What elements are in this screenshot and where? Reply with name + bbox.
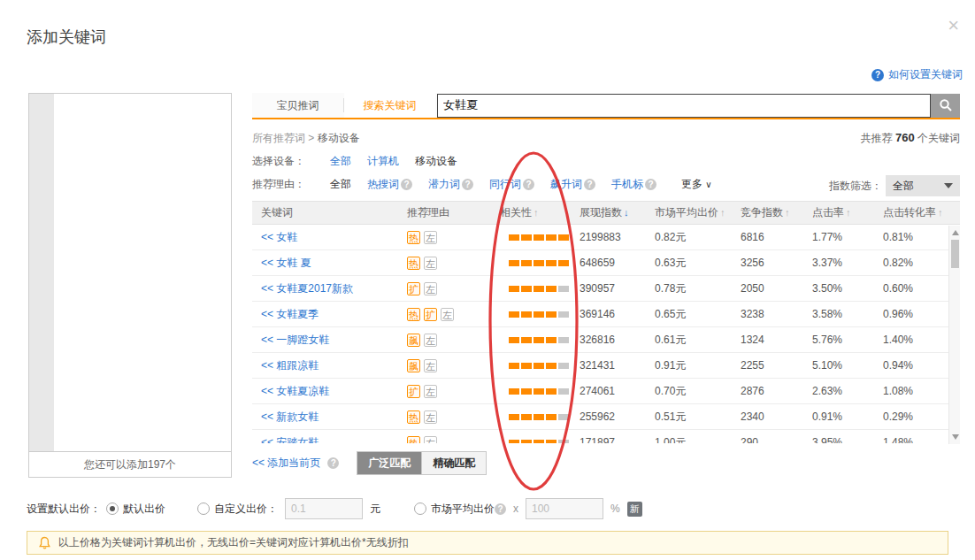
relevance-segment: [509, 234, 519, 241]
default-bid-label: 默认出价: [123, 502, 165, 517]
index-filter: 指数筛选： 全部: [829, 175, 960, 196]
tab-bar: 宝贝推词 搜索关键词: [252, 93, 960, 119]
cell-cvr: 0.94%: [874, 359, 949, 372]
keyword-add-link[interactable]: << 女鞋 夏: [261, 257, 311, 269]
device-option-pc[interactable]: 计算机: [367, 154, 399, 169]
cell-impressions: 369146: [571, 308, 646, 320]
table-scrollbar[interactable]: [948, 226, 960, 444]
relevance-segment: [509, 414, 519, 420]
reason-option-all[interactable]: 全部: [330, 177, 351, 192]
price-notice-bar: 以上价格为关键词计算机出价，无线出价=关键词对应计算机出价*无线折扣: [27, 531, 948, 555]
cell-cvr: 1.08%: [874, 385, 949, 397]
column-header-4[interactable]: 展现指数↓: [571, 205, 646, 220]
cell-ctr: 2.63%: [803, 385, 874, 397]
cell-cvr: 1.40%: [874, 334, 949, 346]
custom-bid-input[interactable]: [285, 498, 363, 519]
help-link[interactable]: ? 如何设置关键词: [871, 67, 963, 82]
tab-product-recommend[interactable]: 宝贝推词: [252, 93, 343, 118]
keyword-add-link[interactable]: << 一脚蹬女鞋: [261, 334, 329, 346]
device-option-mobile[interactable]: 移动设备: [415, 154, 457, 169]
keyword-add-link[interactable]: << 新款女鞋: [261, 410, 319, 423]
market-percent-input[interactable]: [526, 498, 603, 519]
column-header-7[interactable]: 点击率↑: [803, 205, 874, 220]
reason-badges: 热扩左: [398, 308, 491, 321]
keywords-table: 关键词推荐理由相关性↑展现指数↓市场平均出价↑竞争指数↑点击率↑点击转化率↑ <…: [252, 201, 960, 443]
relevance-segment: [558, 363, 569, 369]
table-row: << 新款女鞋热左2559620.51元23400.91%0.29%: [252, 404, 960, 430]
relevance-segment: [558, 286, 569, 292]
question-icon: ?: [523, 179, 534, 190]
reason-badges: 热左: [398, 410, 491, 424]
remaining-count-label: 您还可以添加197个: [29, 451, 231, 477]
custom-bid-radio[interactable]: [197, 502, 210, 515]
relevance-segment: [558, 311, 569, 318]
keyword-add-link[interactable]: << 女鞋夏凉鞋: [261, 385, 329, 397]
keyword-add-link[interactable]: << 安踏女鞋: [261, 436, 319, 444]
reason-badge-左: 左: [424, 231, 437, 244]
tab-search-keywords[interactable]: 搜索关键词: [344, 93, 435, 118]
relevance-segment: [521, 337, 532, 343]
relevance-segment: [546, 440, 557, 443]
relevance-segment: [546, 286, 557, 292]
index-filter-dropdown[interactable]: 全部: [886, 175, 960, 196]
reason-option-mobile-tag[interactable]: 手机标?: [611, 177, 656, 192]
breadcrumb: 所有推荐词 > 移动设备: [252, 131, 360, 146]
cell-avg_bid: 1.00元: [646, 435, 732, 444]
scrollbar-thumb[interactable]: [951, 240, 959, 268]
keyword-add-link[interactable]: << 女鞋夏季: [261, 308, 319, 320]
relevance-bars: [509, 388, 569, 395]
relevance-segment: [509, 337, 519, 343]
reason-option-soaring[interactable]: 飙升词?: [550, 177, 595, 192]
reason-badge-扩: 扩: [407, 385, 420, 398]
column-header-8[interactable]: 点击转化率↑: [874, 205, 949, 220]
search-button[interactable]: [931, 94, 960, 118]
keyword-add-link[interactable]: << 女鞋: [261, 231, 297, 243]
reason-badge-扩: 扩: [424, 308, 437, 321]
selected-keywords-panel: 您还可以添加197个: [28, 93, 232, 478]
column-header-2: 推荐理由: [398, 205, 491, 220]
scroll-up-icon[interactable]: [952, 230, 959, 235]
default-bid-row: 设置默认出价： 默认出价 自定义出价： 元 市场平均出价 ? x % 新: [27, 498, 642, 519]
match-type-toggle: 广泛匹配 精确匹配: [357, 451, 487, 475]
reason-option-potential[interactable]: 潜力词?: [428, 177, 473, 192]
yuan-label: 元: [370, 502, 380, 517]
reason-badge-热: 热: [407, 231, 420, 244]
relevance-segment: [546, 388, 557, 395]
add-current-page-link[interactable]: << 添加当前页: [252, 456, 320, 471]
more-filters-link[interactable]: 更多 ∨: [681, 177, 712, 192]
keyword-add-link[interactable]: << 粗跟凉鞋: [261, 359, 319, 372]
reason-option-hot[interactable]: 热搜词?: [367, 177, 412, 192]
cell-competition: 2050: [732, 282, 803, 295]
sort-asc-icon: ↑: [846, 207, 851, 218]
bid-row-label: 设置默认出价：: [27, 502, 101, 517]
search-input[interactable]: [437, 94, 931, 118]
default-bid-radio[interactable]: [106, 502, 119, 515]
column-header-3[interactable]: 相关性↑: [491, 205, 571, 220]
sort-asc-icon: ↑: [938, 207, 943, 218]
cell-cvr: 0.29%: [874, 410, 949, 423]
market-avg-radio[interactable]: [414, 502, 426, 515]
reason-badges: 飙左: [398, 359, 491, 372]
table-row: << 女鞋夏2017新款扩左3909570.78元20503.50%0.60%: [252, 276, 960, 302]
relevance-segment: [546, 414, 557, 420]
exact-match-button[interactable]: 精确匹配: [421, 452, 486, 474]
table-row: << 女鞋热左21998830.82元68161.77%0.81%: [252, 225, 960, 250]
scroll-down-icon[interactable]: [952, 434, 959, 440]
close-icon[interactable]: ×: [948, 16, 959, 35]
question-icon: ?: [495, 503, 506, 515]
relevance-bars: [509, 286, 569, 292]
relevance-segment: [521, 234, 532, 241]
broad-match-button[interactable]: 广泛匹配: [357, 452, 421, 474]
breadcrumb-all[interactable]: 所有推荐词: [252, 132, 305, 144]
device-option-all[interactable]: 全部: [330, 154, 351, 169]
reason-badge-左: 左: [424, 410, 437, 424]
reason-badge-左: 左: [424, 436, 437, 444]
reason-badges: 扩左: [398, 385, 491, 398]
column-header-5[interactable]: 市场平均出价↑: [646, 205, 732, 220]
relevance-segment: [534, 286, 544, 292]
reason-badges: 热左: [398, 257, 491, 270]
relevance-segment: [546, 337, 557, 343]
keyword-add-link[interactable]: << 女鞋夏2017新款: [261, 282, 353, 295]
reason-option-peer[interactable]: 同行词?: [489, 177, 534, 192]
column-header-6[interactable]: 竞争指数↑: [732, 205, 803, 220]
